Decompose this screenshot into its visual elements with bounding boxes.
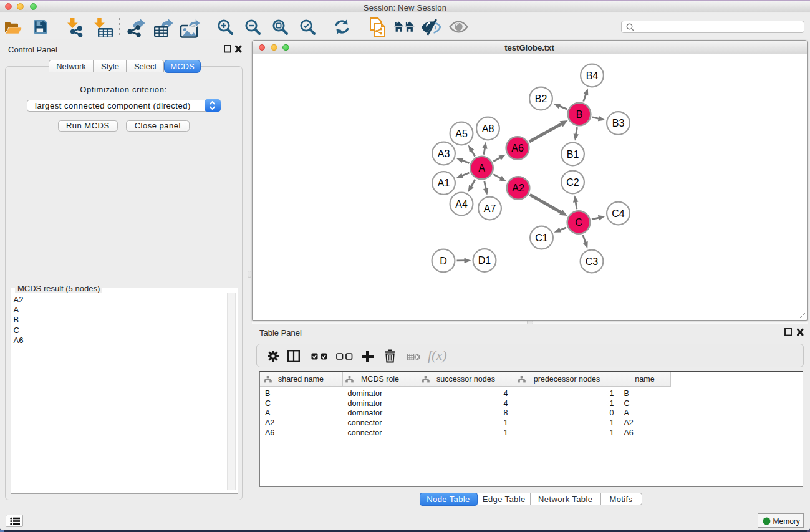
svg-text:B3: B3 bbox=[612, 118, 624, 128]
svg-text:A8: A8 bbox=[481, 123, 494, 134]
svg-text:C2: C2 bbox=[566, 177, 579, 188]
svg-text:B4: B4 bbox=[586, 70, 598, 81]
svg-text:A1: A1 bbox=[437, 178, 450, 188]
svg-text:C3: C3 bbox=[585, 256, 598, 267]
svg-text:C: C bbox=[575, 217, 582, 228]
svg-text:A4: A4 bbox=[455, 199, 468, 210]
svg-text:B2: B2 bbox=[534, 94, 547, 104]
svg-text:D1: D1 bbox=[478, 255, 491, 266]
svg-text:A5: A5 bbox=[455, 128, 468, 139]
svg-text:B: B bbox=[576, 109, 582, 120]
svg-text:A2: A2 bbox=[512, 183, 524, 193]
svg-text:A: A bbox=[478, 163, 485, 173]
svg-text:A3: A3 bbox=[437, 148, 450, 159]
svg-text:D: D bbox=[440, 256, 447, 266]
svg-text:A6: A6 bbox=[511, 143, 524, 153]
svg-text:C4: C4 bbox=[612, 208, 625, 219]
svg-text:A7: A7 bbox=[483, 203, 496, 214]
svg-text:C1: C1 bbox=[535, 233, 548, 243]
svg-text:B1: B1 bbox=[566, 149, 579, 160]
